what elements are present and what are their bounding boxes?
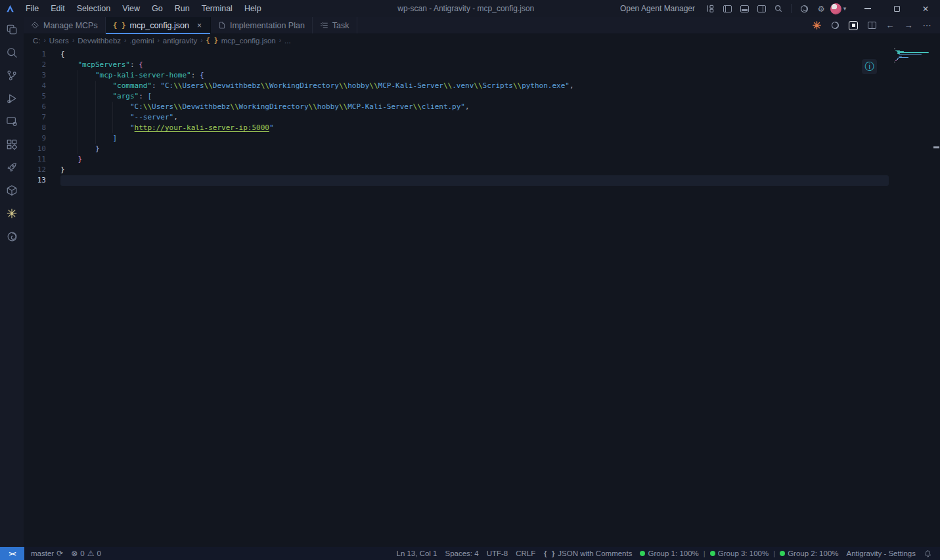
line-number: 11 [24,154,46,165]
code-lines: 1{2 "mcpServers": {3 "mcp-kali-server-ho… [24,49,940,186]
overview-ruler-mark[interactable] [933,146,939,148]
source-control-icon[interactable] [4,68,20,83]
language-mode-item[interactable]: { } JSON with Comments [539,547,636,560]
code-line[interactable]: 13 [24,175,940,186]
breadcrumb-file[interactable]: mcp_config.json [221,37,276,45]
tab-manage-mcps[interactable]: Manage MCPs [24,17,106,33]
language-label: JSON with Comments [558,549,632,557]
group-1-item[interactable]: Group 1: 100% [636,547,702,560]
spark-orange-icon[interactable] [809,18,824,33]
code-line[interactable]: 7 "--server", [24,112,940,123]
rocket-icon[interactable] [4,160,20,175]
problems-item[interactable]: ⊗ 0 ⚠ 0 [67,547,105,560]
ai-swirl-icon[interactable] [4,229,20,244]
tab-label: Implementation Plan [230,21,305,30]
green-dot-icon [710,551,715,556]
info-icon[interactable]: ⓘ [862,59,877,74]
agent-panel-icon[interactable] [845,18,861,33]
code-editor[interactable]: 1{2 "mcpServers": {3 "mcp-kali-server-ho… [24,47,940,547]
breadcrumb-drive[interactable]: C: [33,37,41,45]
group-2-item[interactable]: Group 2: 100% [776,547,842,560]
gemini-spark-icon[interactable] [4,206,20,221]
minimap[interactable] [894,49,932,68]
settings-gear-icon[interactable]: ⚙ [813,1,830,16]
code-line[interactable]: 6 "C:\\Users\\Devwithbebz\\WorkingDirect… [24,102,940,112]
menu-help[interactable]: Help [238,0,267,17]
code-line[interactable]: 5 "args": [ [24,91,940,102]
menu-terminal[interactable]: Terminal [196,0,238,17]
code-line[interactable]: 4 "command": "C:\\Users\\Devwithbebz\\Wo… [24,81,940,91]
breadcrumb-users[interactable]: Users [49,37,69,45]
toggle-primary-sidebar-icon[interactable] [719,1,736,16]
encoding-item[interactable]: UTF-8 [483,547,512,560]
json-braces-icon: { } [113,21,126,30]
navigate-back-icon[interactable]: ← [882,18,898,33]
toggle-panel-icon[interactable] [736,1,753,16]
toggle-secondary-sidebar-icon[interactable] [753,1,770,16]
line-number: 6 [24,102,46,112]
breadcrumb-gemini[interactable]: .gemini [129,37,154,45]
line-number: 7 [24,112,46,123]
breadcrumb-separator: › [279,37,281,44]
account-swirl-icon[interactable] [795,1,813,16]
menu-view[interactable]: View [116,0,146,17]
remote-indicator[interactable]: >< [0,547,24,560]
code-line[interactable]: 2 "mcpServers": { [24,60,940,70]
menu-edit[interactable]: Edit [45,0,71,17]
activity-bar [0,17,24,547]
breadcrumb-separator: › [157,37,159,44]
minimize-button[interactable] [853,0,882,17]
group-3-item[interactable]: Group 3: 100% [706,547,772,560]
package-icon[interactable] [4,183,20,198]
breadcrumb-devwithbebz[interactable]: Devwithbebz [78,37,121,45]
code-line[interactable]: 12} [24,165,940,175]
code-line[interactable]: 9 ] [24,133,940,144]
breadcrumb-antigravity[interactable]: antigravity [163,37,197,45]
line-number: 10 [24,144,46,154]
line-number: 2 [24,60,46,70]
more-actions-icon[interactable]: ⋯ [919,18,935,33]
tab-task[interactable]: Task [313,17,357,33]
navigate-forward-icon[interactable]: → [901,18,916,33]
account-avatar[interactable]: ▾ [830,1,847,16]
titlebar: File Edit Selection View Go Run Terminal… [0,0,940,17]
explorer-icon[interactable] [4,22,20,37]
sync-icon: ⟳ [56,549,63,558]
green-dot-icon [640,551,645,556]
tab-implementation-plan[interactable]: Implementation Plan [211,17,313,33]
code-line[interactable]: 11 } [24,154,940,165]
tab-close-icon[interactable]: × [196,21,203,30]
error-icon: ⊗ [71,549,78,558]
menu-file[interactable]: File [20,0,45,17]
close-button[interactable]: ✕ [911,0,940,17]
menu-run[interactable]: Run [169,0,196,17]
split-editor-icon[interactable] [864,18,880,33]
tab-mcp-config-json[interactable]: { } mcp_config.json × [106,17,211,33]
agent-layout-icon[interactable] [702,1,719,16]
notifications-bell-icon[interactable] [920,547,936,560]
search-sidebar-icon[interactable] [4,45,20,60]
code-line[interactable]: 8 "http://your-kali-server-ip:5000" [24,123,940,133]
remote-explorer-icon[interactable] [4,114,20,129]
antigravity-settings-item[interactable]: Antigravity - Settings [843,547,920,560]
extensions-icon[interactable] [4,137,20,152]
eol-item[interactable]: CRLF [512,547,539,560]
tab-label: mcp_config.json [130,21,189,30]
code-line[interactable]: 1{ [24,49,940,60]
menu-selection[interactable]: Selection [71,0,116,17]
ai-swirl-icon[interactable] [827,18,843,33]
cursor-position-item[interactable]: Ln 13, Col 1 [392,547,441,560]
menu-go[interactable]: Go [146,0,169,17]
search-icon[interactable] [770,1,787,16]
git-branch-item[interactable]: master ⟳ [27,547,67,560]
breadcrumb-separator: › [72,37,74,44]
editor-actions: ← → ⋯ [809,17,940,33]
maximize-button[interactable] [882,0,911,17]
run-debug-icon[interactable] [4,91,20,106]
indentation-item[interactable]: Spaces: 4 [441,547,483,560]
tab-bar: Manage MCPs { } mcp_config.json × Implem… [24,17,940,34]
open-agent-manager-label[interactable]: Open Agent Manager [620,4,695,13]
code-line[interactable]: 10 } [24,144,940,154]
code-line[interactable]: 3 "mcp-kali-server-home": { [24,70,940,81]
breadcrumb-symbol[interactable]: ... [284,37,291,45]
